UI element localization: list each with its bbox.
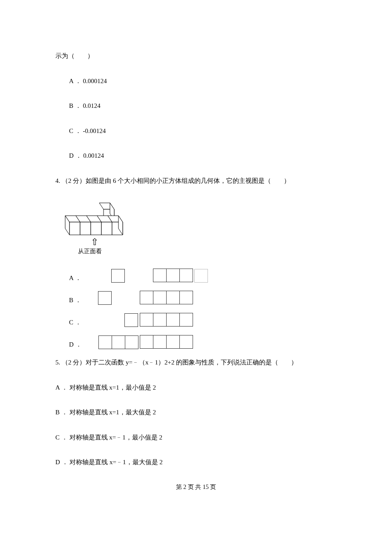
- q4-option-b: B ．: [55, 291, 337, 305]
- q4-option-d: D ．: [55, 335, 337, 349]
- isometric-cube-figure: ⇧ 从正面看: [59, 201, 127, 256]
- svg-marker-10: [91, 222, 101, 235]
- q4-option-b-shape: [85, 291, 193, 305]
- q4-option-a: A ．: [55, 269, 337, 283]
- q3-option-a: A ． 0.000124: [55, 76, 337, 86]
- q3-option-b: B ． 0.0124: [55, 101, 337, 111]
- q4-option-a-label: A ．: [69, 273, 81, 283]
- q5-stem: 5. （2 分）对于二次函数 y=﹣（x﹣1）2+2 的图象与性质，下列说法正确…: [55, 358, 337, 367]
- q4-option-d-shape: [85, 335, 193, 349]
- q4-option-c: C ．: [55, 313, 337, 327]
- q5-option-c: C ． 对称轴是直线 x=﹣1，最小值是 2: [55, 433, 337, 442]
- q3-option-c: C ． -0.00124: [55, 126, 337, 136]
- svg-marker-9: [80, 222, 91, 235]
- q3-option-d: D ． 0.00124: [55, 151, 337, 161]
- figure-caption: 从正面看: [78, 247, 102, 256]
- q5-option-b: B ． 对称轴是直线 x=1，最大值是 2: [55, 408, 337, 417]
- page-container: 示为（ ） A ． 0.000124 B ． 0.0124 C ． -0.001…: [0, 0, 392, 509]
- q4-stem: 4. （2 分）如图是由 6 个大小相同的小正方体组成的几何体，它的主视图是（ …: [55, 176, 337, 186]
- q4-option-c-label: C ．: [69, 318, 81, 327]
- svg-marker-11: [101, 222, 112, 235]
- q4-option-d-label: D ．: [69, 340, 82, 350]
- q5-option-d: D ． 对称轴是直线 x=﹣1，最大值是 2: [55, 457, 337, 467]
- q4-option-a-shape: [85, 269, 248, 283]
- q5-option-a: A ． 对称轴是直线 x=1，最小值是 2: [55, 383, 337, 393]
- q4-option-b-label: B ．: [69, 295, 81, 305]
- up-arrow-icon: ⇧: [91, 237, 98, 247]
- q4-option-c-shape: [85, 313, 193, 327]
- q4-figure: ⇧ 从正面看: [55, 201, 337, 256]
- page-footer: 第 2 页 共 15 页: [55, 483, 337, 491]
- svg-marker-8: [69, 222, 80, 235]
- q3-stem-fragment: 示为（ ）: [55, 51, 337, 61]
